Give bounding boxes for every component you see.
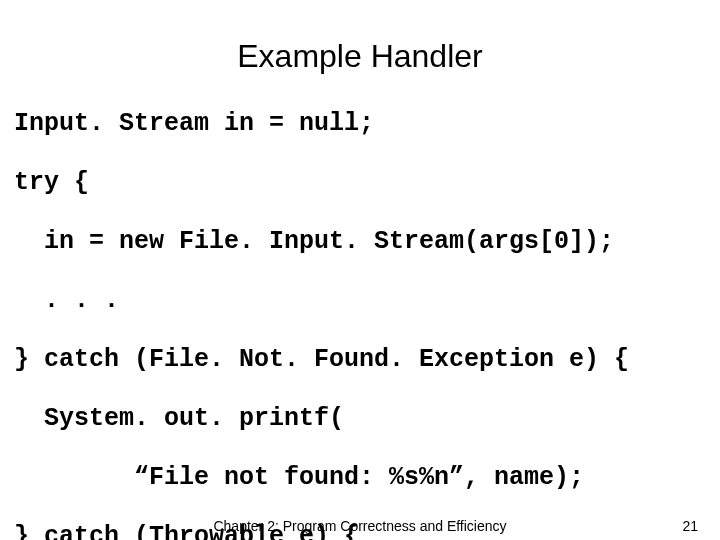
code-line: in = new File. Input. Stream(args[0]);	[14, 227, 720, 257]
slide-title: Example Handler	[0, 0, 720, 79]
footer-text: Chapter 2: Program Correctness and Effic…	[213, 518, 506, 534]
code-line: “File not found: %s%n”, name);	[14, 463, 720, 493]
code-line: } catch (File. Not. Found. Exception e) …	[14, 345, 720, 375]
code-block: Input. Stream in = null; try { in = new …	[0, 79, 720, 540]
code-line: . . .	[14, 286, 720, 316]
code-line: Input. Stream in = null;	[14, 109, 720, 139]
page-number: 21	[682, 518, 698, 534]
code-line: System. out. printf(	[14, 404, 720, 434]
code-line: try {	[14, 168, 720, 198]
